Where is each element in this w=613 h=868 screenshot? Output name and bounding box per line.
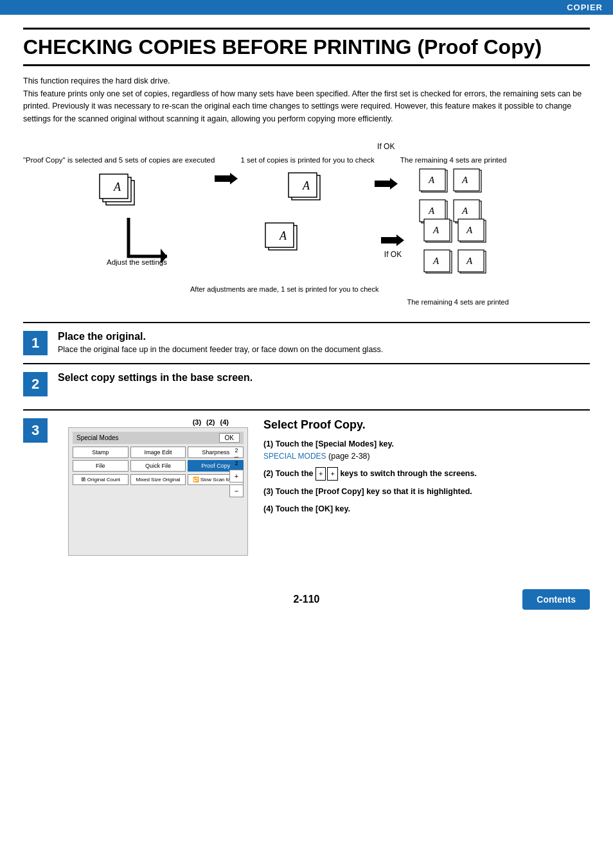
- page-number: 2-110: [212, 594, 401, 605]
- instructions-title: Select Proof Copy.: [263, 418, 590, 432]
- if-ok-top-label: If OK: [377, 142, 395, 151]
- if-ok-bottom-label: If OK: [384, 250, 402, 259]
- diagram-icon-bottom-right: A A A A: [423, 218, 493, 276]
- svg-text:A: A: [428, 206, 435, 216]
- instruction-item-1: (1) Touch the [Special Modes] key. SPECI…: [263, 438, 590, 463]
- step1-title: Place the original.: [58, 331, 590, 342]
- intro-line2: This feature prints only one set of copi…: [23, 88, 590, 125]
- instr2-extra: keys to switch through the screens.: [340, 469, 477, 478]
- step2-title: Select copy settings in the base screen.: [58, 372, 590, 384]
- diagram-col2-caption: 1 set of copies is printed for you to ch…: [240, 137, 374, 165]
- screenshot-btn-file[interactable]: File: [73, 460, 129, 472]
- step1-block: 1 Place the original. Place the original…: [23, 322, 590, 363]
- diagram-icon1: A: [93, 168, 145, 213]
- screenshot-btn-quick-file[interactable]: Quick File: [130, 460, 186, 472]
- diagram-icon3: A A A A: [418, 168, 489, 226]
- step3-block: 3 (3) (2) (4) Special Modes OK Stamp: [23, 409, 590, 563]
- screenshot-title-bar: Special Modes OK: [73, 432, 244, 444]
- diagram-col1-caption: "Proof Copy" is selected and 5 sets of c…: [23, 137, 215, 165]
- instruction-item-2: (2) Touch the + + keys to switch through…: [263, 467, 590, 481]
- diagram-icon2: A: [282, 168, 333, 213]
- svg-marker-4: [215, 173, 238, 184]
- screenshot-btn-stamp[interactable]: Stamp: [73, 447, 129, 458]
- step1-content: Place the original. Place the original f…: [58, 331, 590, 354]
- step1-desc: Place the original face up in the docume…: [58, 345, 590, 354]
- screenshot-title: Special Modes: [76, 434, 119, 441]
- annotation-3: (3): [193, 418, 201, 426]
- instr2-bold: Touch the: [276, 469, 315, 478]
- instr2-icons: + +: [315, 467, 338, 481]
- svg-marker-8: [375, 178, 398, 190]
- intro-line1: This function requires the hard disk dri…: [23, 75, 590, 87]
- page-footer: 2-110 Contents: [0, 583, 613, 616]
- screenshot-grid: Stamp Image Edit Sharpness File Quick Fi…: [73, 447, 244, 472]
- diagram-col2: 1 set of copies is printed for you to ch…: [240, 137, 374, 213]
- page-header: COPIER: [0, 0, 613, 15]
- diagram-col-bottom: A After adjustments are made, 1 set is p…: [190, 218, 378, 296]
- step3-number-area: 3: [23, 418, 58, 443]
- diagram-area: "Proof Copy" is selected and 5 sets of c…: [23, 137, 590, 315]
- diagram-col-bottom-right-caption: The remaining 4 sets are printed: [407, 278, 508, 306]
- screenshot-btn-original-count[interactable]: 🖹 Original Count: [73, 474, 129, 485]
- footer-right: Contents: [401, 589, 590, 610]
- if-ok-area: If OK: [375, 137, 398, 191]
- diagram-col3: The remaining 4 sets are printed A A A: [400, 137, 507, 226]
- screenshot-mock: Special Modes OK Stamp Image Edit Sharpn…: [68, 427, 248, 556]
- screenshot-bottom-row: 🖹 Original Count Mixed Size Original 🔁 S…: [73, 474, 244, 485]
- instr1-bold: Touch the [Special Modes] key.: [276, 439, 394, 448]
- step3-body: (3) (2) (4) Special Modes OK Stamp Image…: [68, 418, 590, 556]
- svg-text:A: A: [428, 175, 435, 185]
- screenshot-btn-image-edit[interactable]: Image Edit: [130, 447, 186, 458]
- diagram-bottom-row: Adjust the settings A After adjustments …: [23, 218, 590, 309]
- instr3-num: (3): [263, 487, 276, 496]
- instr1-page: (page 2-38): [328, 452, 370, 461]
- step2-block: 2 Select copy settings in the base scree…: [23, 363, 590, 409]
- annotation-2: (2): [206, 418, 215, 426]
- l-arrow-icon: [116, 218, 167, 263]
- annotation-4: (4): [220, 418, 229, 426]
- instructions-panel: Select Proof Copy. (1) Touch the [Specia…: [263, 418, 590, 556]
- screenshot-side-up-btn[interactable]: +: [229, 470, 244, 483]
- svg-marker-25: [381, 235, 404, 246]
- screenshot-btn-mixed-size[interactable]: Mixed Size Original: [130, 474, 186, 485]
- screenshot-side-btns: 2─2 + −: [229, 447, 244, 497]
- instr1-num: (1): [263, 439, 276, 448]
- page-title: CHECKING COPIES BEFORE PRINTING (Proof C…: [23, 28, 590, 66]
- diagram-col-bottom-caption: After adjustments are made, 1 set is pri…: [190, 265, 378, 294]
- svg-text:A: A: [113, 181, 121, 193]
- contents-button[interactable]: Contents: [522, 589, 590, 610]
- screenshot-annotations: (3) (2) (4): [68, 418, 248, 426]
- svg-text:A: A: [432, 256, 440, 266]
- instr3-bold: Touch the [Proof Copy] key so that it is…: [276, 487, 472, 496]
- instruction-item-4: (4) Touch the [OK] key.: [263, 503, 590, 515]
- intro-text: This function requires the hard disk dri…: [23, 75, 590, 125]
- page-content: CHECKING COPIES BEFORE PRINTING (Proof C…: [0, 15, 613, 576]
- step2-content: Select copy settings in the base screen.: [58, 372, 590, 386]
- svg-text:A: A: [279, 229, 287, 242]
- header-label: COPIER: [567, 3, 603, 12]
- svg-text:A: A: [466, 225, 473, 235]
- svg-text:A: A: [466, 256, 473, 266]
- icon-plus: +: [315, 467, 326, 481]
- diagram-col1: "Proof Copy" is selected and 5 sets of c…: [23, 137, 215, 213]
- adjust-area: Adjust the settings: [107, 218, 184, 266]
- svg-text:A: A: [302, 179, 310, 192]
- screenshot-ok-btn[interactable]: OK: [219, 433, 240, 443]
- step3-number: 3: [23, 418, 48, 443]
- adjust-label: Adjust the settings: [107, 258, 167, 266]
- svg-text:A: A: [461, 206, 468, 216]
- step2-number: 2: [23, 372, 48, 396]
- diagram-col3-caption: The remaining 4 sets are printed: [400, 137, 507, 165]
- screenshot-container: (3) (2) (4) Special Modes OK Stamp Image…: [68, 418, 248, 556]
- instr4-bold: Touch the [OK] key.: [276, 504, 350, 513]
- instr1-link: SPECIAL MODES: [263, 452, 326, 461]
- screenshot-side-down-btn[interactable]: −: [229, 484, 244, 497]
- icon-plus2: +: [327, 467, 337, 481]
- diagram-col-bottom-right: A A A A The remaining 4 sets are printed: [407, 218, 508, 309]
- instr4-num: (4): [263, 504, 276, 513]
- instruction-item-3: (3) Touch the [Proof Copy] key so that i…: [263, 486, 590, 498]
- if-ok-bottom-area: If OK: [381, 233, 404, 261]
- instr2-num: (2): [263, 469, 276, 478]
- screenshot-page-indicator: 2─2: [229, 447, 244, 466]
- svg-text:A: A: [461, 175, 468, 185]
